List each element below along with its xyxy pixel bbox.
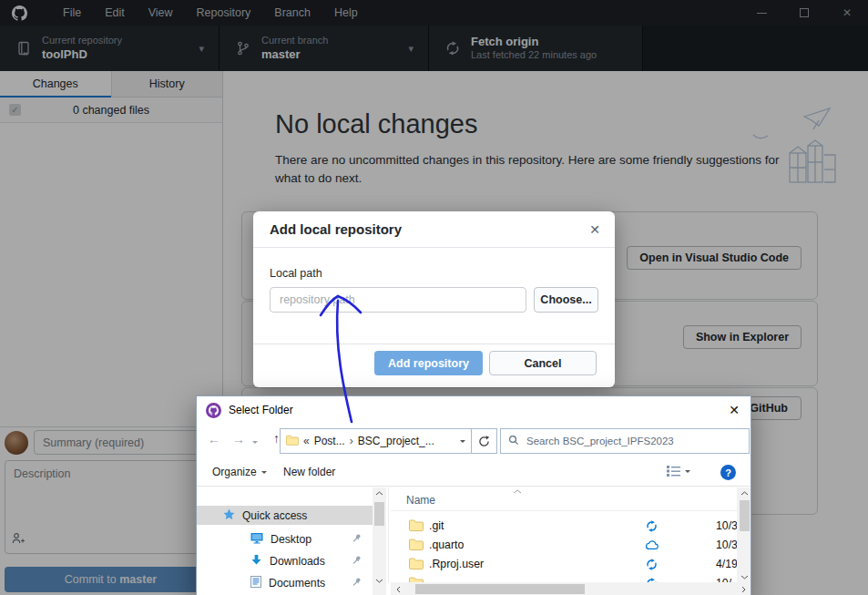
breadcrumb-overflow-icon[interactable]: «: [303, 435, 310, 447]
desktop-icon: [250, 532, 263, 547]
documents-label: Documents: [269, 577, 325, 590]
horizontal-scrollbar[interactable]: [391, 582, 751, 595]
scrollbar-thumb[interactable]: [415, 584, 585, 594]
file-date: 10/3: [716, 519, 738, 532]
sidebar-item-documents[interactable]: Documents: [197, 573, 373, 592]
scroll-down-icon[interactable]: [740, 575, 749, 580]
local-path-input[interactable]: [270, 287, 526, 313]
pin-icon[interactable]: [352, 533, 362, 546]
list-view-icon: [667, 466, 680, 477]
close-icon[interactable]: ✕: [729, 403, 740, 417]
address-bar[interactable]: « Post... › BSC_project_...: [280, 428, 472, 454]
scroll-up-icon[interactable]: [375, 491, 383, 496]
refresh-button[interactable]: [472, 428, 497, 454]
help-button[interactable]: ?: [720, 465, 736, 480]
document-icon: [250, 576, 261, 590]
downloads-label: Downloads: [270, 555, 325, 568]
address-dropdown-icon[interactable]: [460, 440, 465, 446]
new-folder-button[interactable]: New folder: [283, 466, 335, 478]
file-name: .Rproj.user: [429, 558, 484, 570]
file-name: .quarto: [429, 539, 464, 551]
breadcrumb-current[interactable]: BSC_project_...: [358, 435, 434, 447]
file-date: 10/3: [716, 539, 738, 551]
dialog-title: Add local repository: [270, 221, 402, 237]
scroll-right-icon[interactable]: [741, 586, 746, 593]
close-icon[interactable]: ✕: [589, 222, 600, 237]
folder-icon: [409, 539, 424, 553]
scroll-up-icon[interactable]: [740, 491, 749, 496]
organize-label: Organize: [212, 466, 257, 478]
sidebar-item-downloads[interactable]: Downloads: [197, 551, 373, 570]
add-local-repository-dialog: Add local repository ✕ Local path Choose…: [253, 211, 615, 387]
scrollbar-thumb[interactable]: [374, 502, 384, 526]
scroll-down-icon[interactable]: [375, 579, 383, 583]
forward-button[interactable]: →: [232, 432, 245, 446]
new-folder-label: New folder: [283, 466, 335, 478]
pin-icon[interactable]: [352, 577, 362, 590]
cancel-button[interactable]: Cancel: [489, 351, 597, 375]
recent-locations-dropdown-icon[interactable]: [252, 441, 258, 446]
view-options-button[interactable]: [667, 466, 690, 477]
nav-pane-scrollbar[interactable]: [373, 487, 386, 595]
column-name[interactable]: Name: [406, 494, 435, 507]
chevron-down-icon: [261, 471, 267, 477]
search-icon: [508, 435, 519, 448]
file-row[interactable]: .git 10/3: [391, 517, 737, 536]
file-list-scrollbar[interactable]: [737, 487, 751, 582]
breadcrumb-separator-icon: ›: [350, 435, 353, 447]
back-button[interactable]: ←: [208, 432, 220, 446]
choose-button[interactable]: Choose...: [534, 287, 598, 313]
file-row[interactable]: .Rproj.user 4/19: [391, 555, 737, 574]
dialog-title: Select Folder: [229, 404, 293, 416]
pin-icon[interactable]: [352, 555, 362, 568]
scroll-left-icon[interactable]: [396, 586, 401, 593]
sidebar-item-quick-access[interactable]: Quick access: [197, 506, 373, 525]
column-header-row: Name Status Date: [391, 487, 737, 511]
select-folder-dialog: Select Folder ✕ ← → ↑ « Post... › BSC_pr…: [196, 395, 751, 595]
github-desktop-app-icon: [206, 403, 221, 418]
sidebar-item-desktop[interactable]: Desktop: [197, 529, 373, 549]
cloud-status-icon: [646, 540, 659, 553]
dialog-footer-divider: [253, 344, 615, 344]
breadcrumb-root[interactable]: Post...: [314, 435, 345, 447]
dialog-header: Add local repository ✕: [253, 211, 615, 248]
desktop-label: Desktop: [271, 533, 311, 546]
file-date: 4/19: [716, 558, 738, 570]
sync-status-icon: [646, 520, 658, 535]
chevron-down-icon: [685, 470, 690, 476]
download-icon: [250, 554, 262, 569]
folder-icon: [409, 519, 424, 534]
folder-icon: [409, 558, 424, 572]
file-row[interactable]: .quarto 10/3: [391, 536, 737, 555]
sort-ascending-icon: [513, 489, 522, 494]
dialog-title-bar: Select Folder ✕: [197, 396, 751, 424]
add-repository-button[interactable]: Add repository: [374, 351, 483, 375]
up-button[interactable]: ↑: [273, 431, 280, 446]
file-name: .git: [429, 519, 444, 532]
sync-status-icon: [646, 559, 658, 573]
local-path-label: Local path: [270, 267, 322, 280]
organize-button[interactable]: Organize: [212, 466, 267, 478]
search-box: [500, 428, 750, 454]
folder-icon: [286, 435, 299, 448]
quick-access-star-icon: [223, 508, 235, 523]
quick-access-label: Quick access: [242, 509, 307, 522]
dialog-toolbar: Organize New folder ?: [197, 460, 751, 487]
scrollbar-thumb[interactable]: [740, 500, 750, 531]
pane-divider: [388, 487, 389, 582]
search-input[interactable]: [526, 436, 741, 446]
